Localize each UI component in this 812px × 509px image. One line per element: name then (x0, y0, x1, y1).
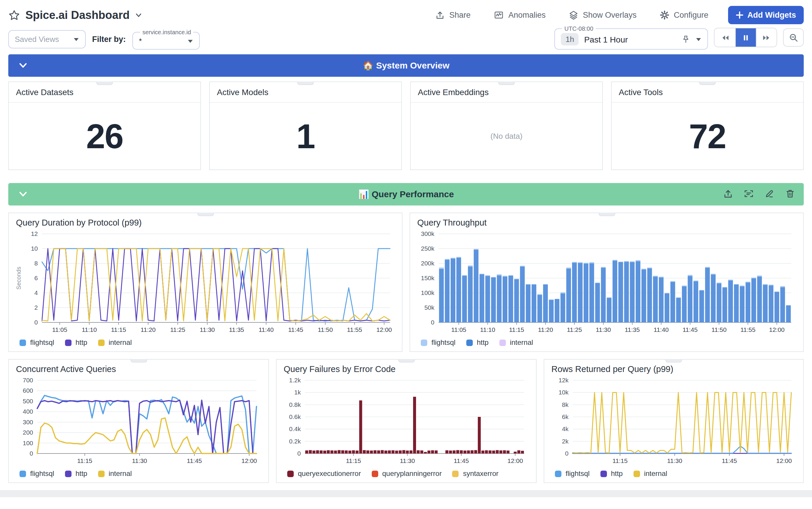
legend-item[interactable]: flightsql (20, 469, 54, 478)
card-active-models: Active Models 1 (209, 81, 402, 170)
view-panel-icon[interactable] (744, 189, 754, 199)
svg-text:0: 0 (34, 319, 38, 326)
legend-item[interactable]: internal (499, 338, 533, 347)
legend-item[interactable]: http (600, 469, 623, 478)
svg-text:10k: 10k (559, 389, 568, 396)
concurrent-queries-chart[interactable]: 010020030040050060070011:1511:3011:4512:… (15, 376, 262, 465)
chart-legend: flightsqlhttpinternal (15, 334, 396, 348)
svg-text:0.4k: 0.4k (289, 426, 301, 432)
chart-legend: flightsqlhttpinternal (15, 465, 262, 479)
legend-item[interactable]: internal (98, 338, 132, 347)
title-chevron-down-icon[interactable] (135, 11, 143, 19)
show-overlays-button[interactable]: Show Overlays (565, 9, 640, 21)
svg-text:12:00: 12:00 (769, 326, 785, 333)
legend-item[interactable]: flightsql (20, 338, 54, 347)
legend-label: internal (108, 469, 132, 478)
pin-icon[interactable] (681, 35, 690, 44)
svg-text:11:20: 11:20 (140, 326, 156, 333)
svg-text:2: 2 (34, 304, 38, 311)
legend-item[interactable]: syntaxerror (452, 469, 499, 478)
edit-pencil-icon[interactable] (764, 189, 775, 199)
svg-text:150k: 150k (421, 275, 434, 281)
legend-item[interactable]: flightsql (555, 469, 590, 478)
share-button[interactable]: Share (431, 9, 474, 21)
svg-text:11:15: 11:15 (613, 457, 628, 464)
section-header-query-performance[interactable]: 📊 Query Performance (8, 183, 804, 205)
svg-text:11:05: 11:05 (451, 326, 466, 333)
svg-text:11:10: 11:10 (480, 326, 495, 333)
legend-color-chip (452, 470, 459, 477)
legend-item[interactable]: http (466, 338, 489, 347)
zoom-out-button[interactable] (783, 28, 804, 47)
panel-concurrent-queries: Concurrent Active Queries 01002003004005… (8, 359, 269, 483)
svg-text:600: 600 (23, 387, 33, 394)
export-icon[interactable] (723, 189, 733, 199)
pause-button[interactable] (735, 28, 756, 47)
svg-text:1.2k: 1.2k (289, 377, 301, 383)
svg-text:11:40: 11:40 (654, 326, 669, 333)
legend-item[interactable]: queryplanningerror (371, 469, 441, 478)
drag-handle[interactable] (297, 81, 314, 85)
legend-item[interactable]: http (65, 338, 87, 347)
svg-text:12:00: 12:00 (242, 457, 257, 464)
legend-color-chip (421, 339, 427, 346)
step-forward-button[interactable] (756, 28, 777, 47)
legend-color-chip (65, 339, 71, 346)
time-range-picker[interactable]: UTC-08:00 1h Past 1 Hour (554, 25, 708, 49)
add-widgets-button[interactable]: Add Widgets (728, 6, 804, 24)
chart-legend: flightsqlhttpinternal (550, 465, 797, 479)
caret-down-icon[interactable] (695, 37, 701, 42)
svg-text:11:55: 11:55 (347, 326, 362, 333)
anomalies-button[interactable]: Anomalies (490, 9, 549, 21)
stat-cards-row: Active Datasets 26 Active Models 1 Activ… (0, 77, 812, 170)
drag-handle[interactable] (398, 359, 414, 363)
card-active-datasets: Active Datasets 26 (8, 81, 201, 170)
legend-item[interactable]: flightsql (421, 338, 455, 347)
card-title: Active Datasets (9, 82, 200, 103)
range-label: Past 1 Hour (584, 35, 628, 44)
card-title: Active Tools (612, 82, 803, 103)
drag-handle[interactable] (665, 359, 682, 363)
svg-text:11:45: 11:45 (288, 326, 303, 333)
saved-views-select[interactable]: Saved Views (8, 30, 86, 48)
drag-handle[interactable] (498, 81, 515, 85)
svg-text:12:00: 12:00 (776, 457, 792, 464)
page-title: Spice.ai Dashboard (25, 8, 130, 22)
drag-handle[interactable] (96, 81, 113, 85)
collapse-chevron-icon[interactable] (18, 189, 28, 200)
legend-item[interactable]: internal (98, 469, 132, 478)
svg-text:11:35: 11:35 (625, 326, 640, 333)
svg-text:12:00: 12:00 (507, 457, 523, 464)
section-tools (723, 189, 795, 199)
drag-handle[interactable] (598, 212, 615, 216)
range-chip: 1h (561, 33, 579, 45)
section-header-system-overview[interactable]: 🏠 System Overview (8, 54, 804, 77)
legend-color-chip (600, 470, 606, 477)
legend-color-chip (20, 470, 26, 477)
legend-item[interactable]: queryexecutionerror (287, 469, 361, 478)
svg-text:8k: 8k (562, 401, 569, 408)
legend-label: queryexecutionerror (298, 469, 361, 478)
delete-trash-icon[interactable] (785, 189, 795, 199)
legend-item[interactable]: internal (633, 469, 667, 478)
drag-handle[interactable] (130, 359, 147, 363)
caret-down-icon (187, 39, 193, 43)
svg-text:10: 10 (31, 245, 38, 252)
rows-returned-chart[interactable]: 02k4k6k8k10k12k11:1511:3011:4512:00 (550, 376, 797, 465)
toolbar: Saved Views Filter by: service.instance.… (0, 25, 812, 49)
legend-item[interactable]: http (65, 469, 87, 478)
drag-handle[interactable] (197, 212, 214, 216)
collapse-chevron-icon[interactable] (18, 60, 28, 71)
favorite-star-icon[interactable] (8, 9, 20, 21)
configure-button[interactable]: Configure (656, 9, 712, 21)
drag-handle[interactable] (699, 81, 716, 85)
query-duration-chart[interactable]: 02468101211:0511:1011:1511:2011:2511:301… (15, 229, 396, 334)
card-active-tools: Active Tools 72 (611, 81, 804, 170)
svg-text:200: 200 (23, 429, 33, 436)
step-back-button[interactable] (715, 28, 735, 47)
svg-text:11:15: 11:15 (77, 457, 92, 464)
query-throughput-chart[interactable]: 050k100k150k200k250k300k11:0511:1011:151… (416, 229, 797, 334)
query-failures-chart[interactable]: 00.2k0.4k0.6k0.8k1k1.2k11:1511:3011:4512… (282, 376, 530, 465)
instance-filter-select[interactable]: service.instance.id * (132, 29, 200, 49)
svg-text:11:30: 11:30 (132, 457, 147, 464)
